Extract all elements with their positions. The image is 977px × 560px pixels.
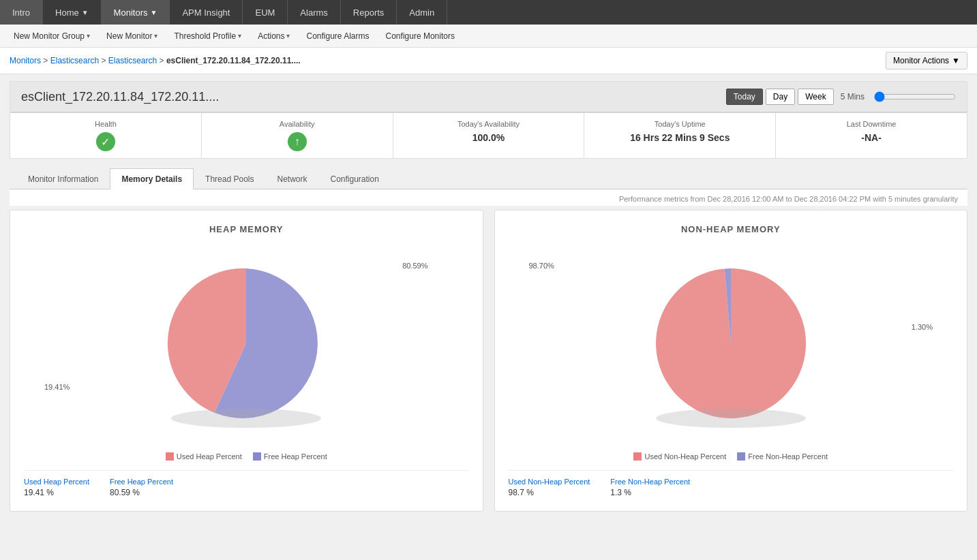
tab-memory-details[interactable]: Memory Details (110, 168, 194, 189)
stat-last-downtime: Last Downtime -NA- (776, 113, 967, 158)
heap-chart-stats: Used Heap Percent 19.41 % Free Heap Perc… (24, 470, 469, 497)
subnav-new-monitor[interactable]: New Monitor ▾ (100, 29, 164, 44)
non-heap-used-label: 98.70% (529, 262, 554, 270)
breadcrumb-elasticsearch1[interactable]: Elasticsearch (50, 56, 99, 65)
breadcrumb-current: esClient_172.20.11.84_172.20.11.... (166, 56, 301, 65)
monitor-actions-button[interactable]: Monitor Actions ▼ (886, 52, 967, 69)
monitor-header: esClient_172.20.11.84_172.20.11.... Toda… (10, 81, 967, 159)
monitors-arrow-icon: ▼ (150, 9, 157, 16)
heap-used-label: 19.41% (44, 383, 70, 391)
subnav-configure-monitors[interactable]: Configure Monitors (379, 29, 462, 44)
slider-container (874, 91, 956, 102)
threshold-arrow-icon: ▾ (238, 32, 241, 40)
heap-used-stat: Used Heap Percent 19.41 % (24, 478, 89, 497)
tab-configuration[interactable]: Configuration (318, 168, 390, 189)
time-btn-today[interactable]: Today (726, 89, 763, 105)
sub-navigation: New Monitor Group ▾ New Monitor ▾ Thresh… (0, 25, 977, 48)
stats-row: Health ✓ Availability ↑ Today's Availabi… (10, 112, 967, 158)
monitor-title-row: esClient_172.20.11.84_172.20.11.... Toda… (10, 82, 967, 112)
nav-apm-insight[interactable]: APM Insight (170, 0, 243, 25)
non-heap-pie-wrapper: 98.70% 1.30% (509, 241, 954, 446)
non-heap-chart-stats: Used Non-Heap Percent 98.7 % Free Non-He… (509, 470, 954, 497)
stat-availability: Availability ↑ (202, 113, 393, 158)
heap-free-legend-color (253, 452, 261, 461)
new-monitor-arrow-icon: ▾ (154, 32, 157, 40)
availability-icon: ↑ (288, 132, 307, 151)
tab-thread-pools[interactable]: Thread Pools (194, 168, 265, 189)
heap-pie-shadow (171, 409, 321, 428)
breadcrumb: Monitors > Elasticsearch > Elasticsearch… (10, 56, 301, 65)
non-heap-free-stat: Free Non-Heap Percent 1.3 % (610, 478, 690, 497)
non-heap-free-label: 1.30% (912, 323, 933, 331)
heap-used-legend-color (166, 452, 174, 461)
non-heap-chart-title: NON-HEAP MEMORY (509, 224, 954, 234)
time-btn-day[interactable]: Day (766, 89, 795, 105)
perf-metrics-text: Performance metrics from Dec 28,2016 12:… (10, 189, 967, 206)
heap-free-label: 80.59% (402, 262, 427, 270)
nav-admin[interactable]: Admin (397, 0, 447, 25)
nav-alarms[interactable]: Alarms (288, 0, 340, 25)
breadcrumb-bar: Monitors > Elasticsearch > Elasticsearch… (0, 48, 977, 74)
time-controls: Today Day Week 5 Mins (726, 89, 956, 105)
non-heap-used-slice (656, 268, 806, 418)
heap-used-legend-item: Used Heap Percent (166, 452, 242, 461)
non-heap-free-legend-color (737, 452, 745, 461)
stat-today-availability: Today's Availability 100.0% (393, 113, 585, 158)
time-slider[interactable] (874, 91, 956, 102)
non-heap-used-stat: Used Non-Heap Percent 98.7 % (509, 478, 590, 497)
actions-arrow-icon: ▾ (286, 32, 290, 40)
stat-health: Health ✓ (10, 113, 202, 158)
non-heap-pie-chart (642, 255, 820, 432)
subnav-actions[interactable]: Actions ▾ (251, 29, 297, 44)
monitor-actions-arrow-icon: ▼ (952, 56, 960, 65)
non-heap-free-legend-item: Free Non-Heap Percent (737, 452, 828, 461)
new-monitor-group-arrow-icon: ▾ (87, 32, 90, 40)
heap-chart-title: HEAP MEMORY (24, 224, 469, 234)
stat-today-uptime: Today's Uptime 16 Hrs 22 Mins 9 Secs (584, 113, 776, 158)
breadcrumb-elasticsearch2[interactable]: Elasticsearch (108, 56, 157, 65)
heap-memory-chart-card: HEAP MEMORY 80.59% 19.41% (10, 210, 483, 512)
monitor-title: esClient_172.20.11.84_172.20.11.... (21, 90, 219, 104)
heap-pie-wrapper: 80.59% 19.41% (24, 241, 469, 446)
heap-legend: Used Heap Percent Free Heap Percent (24, 452, 469, 461)
time-btn-week[interactable]: Week (798, 89, 833, 105)
nav-home[interactable]: Home ▼ (43, 0, 102, 25)
non-heap-pie-shadow (656, 409, 806, 428)
charts-area: HEAP MEMORY 80.59% 19.41% (10, 210, 967, 512)
nav-monitors[interactable]: Monitors ▼ (102, 0, 170, 25)
subnav-configure-alarms[interactable]: Configure Alarms (299, 29, 376, 44)
heap-pie-chart (157, 255, 335, 432)
nav-reports[interactable]: Reports (341, 0, 397, 25)
home-arrow-icon: ▼ (82, 9, 89, 16)
subnav-threshold-profile[interactable]: Threshold Profile ▾ (167, 29, 248, 44)
non-heap-memory-chart-card: NON-HEAP MEMORY 98.70% 1.30% (494, 210, 968, 512)
tabs: Monitor Information Memory Details Threa… (10, 168, 967, 189)
health-icon: ✓ (96, 132, 115, 151)
non-heap-used-legend-color (633, 452, 642, 461)
nav-eum[interactable]: EUM (243, 0, 288, 25)
tabs-container: Monitor Information Memory Details Threa… (10, 168, 967, 189)
time-label: 5 Mins (841, 92, 865, 102)
subnav-new-monitor-group[interactable]: New Monitor Group ▾ (7, 29, 97, 44)
non-heap-used-legend-item: Used Non-Heap Percent (633, 452, 726, 461)
top-navigation: Intro Home ▼ Monitors ▼ APM Insight EUM … (0, 0, 977, 25)
tab-network[interactable]: Network (265, 168, 318, 189)
heap-free-stat: Free Heap Percent 80.59 % (110, 478, 173, 497)
breadcrumb-monitors[interactable]: Monitors (10, 56, 41, 65)
heap-free-legend-item: Free Heap Percent (253, 452, 327, 461)
nav-intro[interactable]: Intro (0, 0, 43, 25)
tab-monitor-information[interactable]: Monitor Information (16, 168, 110, 189)
non-heap-legend: Used Non-Heap Percent Free Non-Heap Perc… (509, 452, 954, 461)
